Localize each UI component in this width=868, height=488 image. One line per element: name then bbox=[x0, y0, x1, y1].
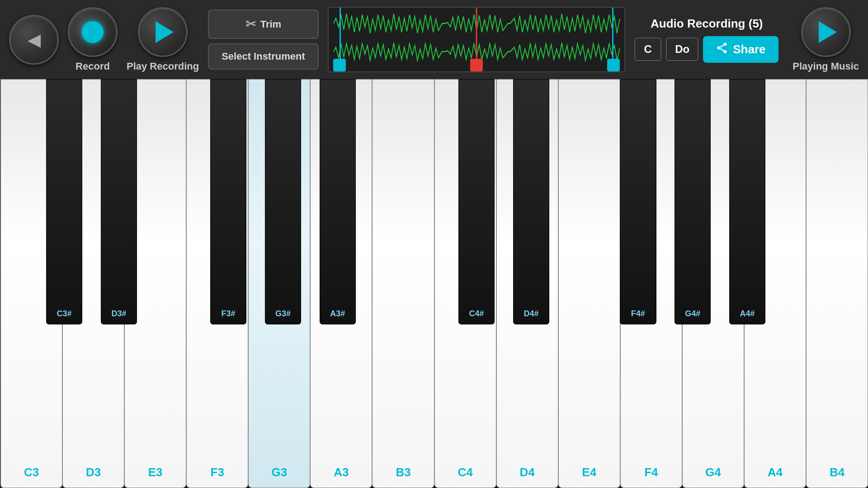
white-key-label-c4: C4 bbox=[458, 465, 472, 479]
black-key-label: F4# bbox=[631, 309, 645, 319]
audio-recording-title: Audio Recording (5) bbox=[634, 17, 779, 31]
playing-music-triangle-icon bbox=[819, 21, 837, 43]
select-instrument-button[interactable]: Select Instrument bbox=[208, 43, 319, 70]
black-key-label: G3# bbox=[275, 309, 291, 319]
white-key-label-a4: A4 bbox=[768, 465, 783, 479]
black-key-label: C4# bbox=[469, 309, 484, 319]
play-triangle-icon bbox=[156, 21, 174, 43]
play-recording-button[interactable]: Play Recording bbox=[127, 7, 199, 72]
scissors-icon: ✂ bbox=[245, 17, 256, 32]
black-key-a4sharp[interactable]: A4# bbox=[729, 79, 766, 324]
share-label: Share bbox=[733, 42, 765, 56]
right-trim-marker[interactable] bbox=[607, 59, 620, 71]
right-trim-line bbox=[612, 8, 613, 59]
white-key-label-e4: E4 bbox=[582, 465, 596, 479]
action-buttons-group: ✂ Trim Select Instrument bbox=[208, 9, 319, 70]
white-key-e4[interactable]: E4 bbox=[558, 79, 620, 488]
white-key-label-g4: G4 bbox=[705, 465, 721, 479]
waveform-container[interactable] bbox=[328, 7, 626, 72]
record-label: Record bbox=[75, 61, 110, 72]
black-key-c3sharp[interactable]: C3# bbox=[46, 79, 83, 324]
black-key-label: D4# bbox=[524, 309, 539, 319]
black-key-g4sharp[interactable]: G4# bbox=[675, 79, 711, 324]
black-key-d4sharp[interactable]: D4# bbox=[513, 79, 550, 324]
trim-button[interactable]: ✂ Trim bbox=[208, 9, 319, 39]
left-trim-handle[interactable] bbox=[340, 8, 341, 59]
play-recording-label: Play Recording bbox=[127, 61, 199, 72]
audio-controls: C Do Share bbox=[634, 36, 779, 63]
black-key-label: F3# bbox=[221, 309, 235, 319]
share-icon bbox=[716, 42, 728, 57]
white-key-label-g3: G3 bbox=[272, 465, 288, 479]
black-key-label: G4# bbox=[685, 309, 700, 319]
white-key-b4[interactable]: B4 bbox=[806, 79, 868, 488]
white-key-label-f4: F4 bbox=[644, 465, 658, 479]
svg-point-2 bbox=[724, 50, 727, 53]
svg-line-4 bbox=[720, 45, 724, 47]
key-do-badge[interactable]: Do bbox=[666, 38, 698, 61]
white-key-label-d4: D4 bbox=[520, 465, 535, 479]
white-key-label-b3: B3 bbox=[396, 465, 410, 479]
svg-point-1 bbox=[717, 46, 721, 49]
black-key-label: A4# bbox=[740, 309, 755, 319]
back-arrow-icon: ◀ bbox=[28, 30, 41, 50]
playhead-line bbox=[476, 8, 477, 59]
black-key-label: D3# bbox=[112, 309, 127, 319]
black-key-f3sharp[interactable]: F3# bbox=[210, 79, 247, 324]
playhead-marker[interactable] bbox=[470, 59, 483, 71]
select-instrument-label: Select Instrument bbox=[222, 51, 305, 62]
white-key-label-a3: A3 bbox=[334, 465, 349, 479]
back-button[interactable]: ◀ bbox=[9, 15, 59, 65]
black-key-label: A3# bbox=[330, 309, 345, 319]
record-button[interactable]: Record bbox=[68, 7, 118, 72]
white-key-label-f3: F3 bbox=[211, 465, 224, 479]
svg-point-0 bbox=[724, 42, 727, 46]
playing-music-label: Playing Music bbox=[793, 61, 859, 72]
white-key-label-e3: E3 bbox=[148, 465, 163, 479]
top-bar: ◀ Record Play Recording ✂ Trim Select In… bbox=[0, 0, 868, 79]
white-key-label-d3: D3 bbox=[86, 465, 101, 479]
white-key-label-c3: C3 bbox=[24, 465, 39, 479]
black-key-label: C3# bbox=[57, 309, 72, 319]
svg-line-3 bbox=[720, 48, 724, 51]
white-key-label-b4: B4 bbox=[830, 465, 844, 479]
piano-section: C3D3E3F3G3A3B3C4D4E4F4G4A4B4 C3#D3#F3#G3… bbox=[0, 79, 868, 488]
record-dot-icon bbox=[82, 21, 104, 43]
share-button[interactable]: Share bbox=[703, 36, 778, 63]
playing-music-button[interactable]: Playing Music bbox=[793, 7, 859, 72]
black-key-c4sharp[interactable]: C4# bbox=[458, 79, 495, 324]
key-c-badge[interactable]: C bbox=[634, 38, 661, 61]
black-key-f4sharp[interactable]: F4# bbox=[620, 79, 656, 324]
black-key-d3sharp[interactable]: D3# bbox=[101, 79, 137, 324]
black-key-g3sharp[interactable]: G3# bbox=[265, 79, 302, 324]
left-trim-marker[interactable] bbox=[333, 59, 346, 71]
white-key-b3[interactable]: B3 bbox=[372, 79, 434, 488]
black-key-a3sharp[interactable]: A3# bbox=[320, 79, 356, 324]
trim-label: Trim bbox=[260, 19, 281, 30]
audio-panel: Audio Recording (5) C Do Share bbox=[634, 17, 779, 63]
piano-wrapper: C3D3E3F3G3A3B3C4D4E4F4G4A4B4 C3#D3#F3#G3… bbox=[0, 79, 868, 488]
